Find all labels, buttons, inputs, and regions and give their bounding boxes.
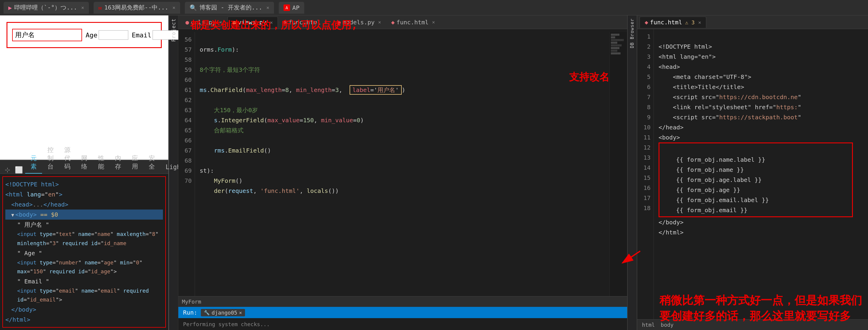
- right-line-numbers: 1 2 3 4 5 6 7 8 9 10 11 12 13 14 15 16 1: [637, 29, 654, 330]
- tab-close[interactable]: ✕: [81, 5, 84, 10]
- devtools-tab-network[interactable]: 网络: [76, 152, 93, 174]
- username-input[interactable]: [35, 31, 79, 39]
- editor-tab-func2[interactable]: ◆ func.html ✕: [386, 17, 440, 28]
- dom-line: <input type="email" name="email" require…: [5, 286, 163, 304]
- myform-label: MyForm: [182, 299, 201, 305]
- tab-label: 哔哩哔哩（`-°）つ...: [14, 4, 77, 11]
- devtools-panel: ⊹ ⬜ 元素 控制台 源代码 网络 性能: [0, 160, 168, 330]
- username-label: 用户名: [15, 31, 35, 39]
- django-icon: 🔧: [204, 310, 210, 315]
- html-icon2: ◆: [391, 19, 395, 26]
- html-icon: ◆: [283, 19, 287, 26]
- status-html: html: [642, 322, 655, 328]
- tab-close[interactable]: ✕: [432, 19, 435, 25]
- tab-close-right[interactable]: ✕: [698, 20, 701, 25]
- bili-icon: ▶: [8, 4, 12, 11]
- editor-tab-func[interactable]: ◆ func.html ✕: [278, 17, 332, 28]
- dom-line: <!DOCTYPE html>: [5, 179, 163, 189]
- age-label: Age: [86, 31, 97, 39]
- run-bar: Run: 🔧 django05 ✕: [178, 307, 627, 318]
- browser-tab-ap[interactable]: A AP: [279, 2, 304, 13]
- middle-panel: ● urls.py ✕ ● views.py ✕ ◆ func.html ✕ ●…: [178, 16, 627, 330]
- tab-label: 博客园 - 开发者的...: [199, 4, 262, 11]
- devtools-tab-security[interactable]: 安全: [144, 152, 160, 174]
- browser-tab-cnblogs[interactable]: 🔍 博客园 - 开发者的... ✕: [185, 2, 274, 13]
- devtools-tab-memory[interactable]: 内存: [110, 152, 126, 174]
- mail-icon: ✉: [98, 4, 102, 11]
- browser-tab-163mail[interactable]: ✉ 163网易免费邮--中... ✕: [94, 2, 180, 13]
- devtools-tab-elements[interactable]: 元素: [25, 152, 42, 174]
- devtools-tabs: ⊹ ⬜ 元素 控制台 源代码 网络 性能: [0, 160, 168, 174]
- username-field[interactable]: 用户名: [12, 29, 82, 41]
- minimap: ▓▓▓▓▓▓▓▓ ▓▓▓▓ ▓▓▓▓▓▓▓▓▓▓▓▓ ▓▓▓▓▓▓ ▓▓▓▓▓▓…: [609, 32, 627, 330]
- db-browser-sidebar: DB Browser: [627, 16, 637, 330]
- code-content: orms.Form): 8个字符，最短3个字符 ms.CharField(max…: [195, 32, 609, 330]
- age-input[interactable]: [99, 30, 128, 40]
- editor-tab-models[interactable]: ● models.py ✕: [332, 17, 386, 28]
- html-icon-right: ◆: [645, 19, 648, 26]
- dom-line-body[interactable]: ▼<body> == $0: [5, 210, 163, 220]
- age-field: Age: [86, 30, 128, 40]
- dom-line: " 用户名 ": [5, 220, 163, 230]
- dom-line: " Email ": [5, 276, 163, 286]
- dom-line: </body>: [5, 304, 163, 314]
- devtools-tab-application[interactable]: 应用: [126, 152, 144, 174]
- py-icon2: ●: [337, 19, 341, 26]
- run-label: Run:: [183, 309, 197, 316]
- dom-line: <head>...</head>: [5, 199, 163, 210]
- cursor-icon[interactable]: ⊹: [2, 166, 12, 174]
- form-preview: 用户名 Age Email: [6, 22, 162, 48]
- run-config[interactable]: 🔧 django05 ✕: [201, 309, 245, 317]
- warning-icon: ⚠ 3: [685, 19, 695, 26]
- left-panel: 用户名 Age Email: [0, 16, 169, 330]
- tab-close[interactable]: ✕: [324, 19, 327, 25]
- status-line: Performing system checks...: [178, 318, 627, 330]
- right-panel: ◆ func.html ⚠ 3 ✕ 1 2 3 4 5 6 7 8 9: [637, 16, 868, 330]
- blog-icon: 🔍: [190, 4, 197, 11]
- editor-tab-right-func[interactable]: ◆ func.html ⚠ 3 ✕: [640, 17, 706, 28]
- right-code-area: 1 2 3 4 5 6 7 8 9 10 11 12 13 14 15 16 1: [637, 29, 868, 330]
- tab-close[interactable]: ✕: [266, 5, 269, 10]
- dom-line: </html>: [5, 314, 163, 325]
- dom-line: " Age ": [5, 248, 163, 258]
- dom-tree: <!DOCTYPE html> <html lang="en"> <head>.…: [2, 176, 166, 328]
- browser-tab-bilibili[interactable]: ▶ 哔哩哔哩（`-°）つ... ✕: [4, 2, 89, 13]
- py-icon: ●: [185, 19, 189, 26]
- dom-line: <html lang="en">: [5, 189, 163, 199]
- run-section: MyForm Run: 🔧 django05 ✕ Performing syst…: [178, 296, 627, 330]
- bottom-annotation: 稍微比第一种方式好一点，但是如果我们 要创建好多的话，那么这里就要写好多: [659, 293, 862, 324]
- tab-label: AP: [292, 4, 300, 11]
- dom-line: <input type="number" name="age" min="0" …: [5, 258, 163, 276]
- right-code-content: <!DOCTYPE html> <html lang="en"> <head> …: [654, 29, 868, 330]
- editor-tabs: ● urls.py ✕ ● views.py ✕ ◆ func.html ✕ ●…: [178, 16, 627, 29]
- tab-label: 163网易免费邮--中...: [104, 4, 168, 11]
- editor-tab-views[interactable]: ● views.py ✕: [227, 17, 278, 28]
- tab-close[interactable]: ✕: [219, 19, 222, 25]
- project-label: Project: [170, 19, 177, 42]
- code-area: 56 57 58 59 60 61 62 63 64 65 66 67 68 6…: [178, 32, 627, 330]
- db-browser-label: DB Browser: [629, 19, 635, 48]
- right-editor-tabs: ◆ func.html ⚠ 3 ✕: [637, 16, 868, 29]
- dom-line: <input type="text" name="name" maxlength…: [5, 230, 163, 248]
- tab-close[interactable]: ✕: [173, 5, 175, 10]
- devtools-tab-sources[interactable]: 源代码: [59, 143, 76, 174]
- devtools-tab-console[interactable]: 控制台: [42, 143, 59, 174]
- line-numbers: 56 57 58 59 60 61 62 63 64 65 66 67 68 6…: [178, 32, 195, 330]
- ap-icon: A: [283, 4, 290, 11]
- device-icon[interactable]: ⬜: [12, 166, 25, 174]
- py-icon-active: ●: [232, 19, 236, 26]
- editor-tab-urls[interactable]: ● urls.py ✕: [181, 17, 227, 28]
- close-run-icon[interactable]: ✕: [239, 310, 242, 315]
- browser-topbar: ▶ 哔哩哔哩（`-°）つ... ✕ ✉ 163网易免费邮--中... ✕ 🔍 博…: [0, 0, 868, 16]
- tab-close[interactable]: ✕: [378, 19, 381, 25]
- email-label: Email: [132, 31, 151, 39]
- devtools-tab-performance[interactable]: 性能: [93, 152, 110, 174]
- tab-close[interactable]: ✕: [270, 20, 273, 25]
